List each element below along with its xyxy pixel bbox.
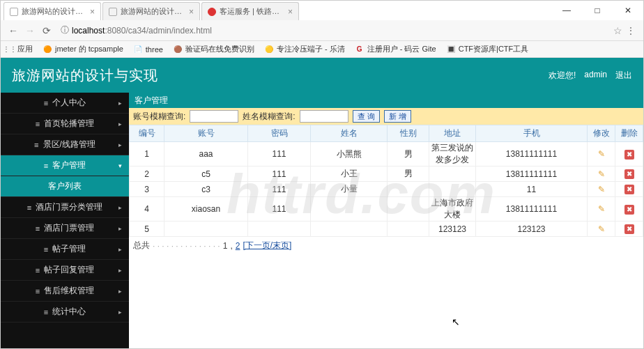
delete-icon[interactable]: ✖ bbox=[624, 185, 634, 194]
sidebar-item-aftersale[interactable]: ≡售后维权管理▸ bbox=[1, 281, 129, 302]
cell-name bbox=[311, 197, 388, 222]
cell-name: 小量 bbox=[311, 182, 388, 197]
site-icon: 🟡 bbox=[264, 45, 274, 54]
browser-tab-2[interactable]: 旅游网站的设计与实现 × bbox=[102, 2, 200, 20]
sidebar-item-posts[interactable]: ≡帖子管理▸ bbox=[1, 239, 129, 260]
page-icon bbox=[208, 8, 216, 16]
cell-name: 小王 bbox=[311, 166, 388, 182]
maximize-button[interactable]: □ bbox=[582, 1, 613, 20]
close-icon[interactable]: × bbox=[90, 7, 95, 17]
bookmark-ctf[interactable]: 🔳CTF资源库|CTF工具 bbox=[446, 44, 529, 54]
chevron-right-icon: ▸ bbox=[118, 141, 122, 148]
bookmark-terminal[interactable]: 🟡专注冷压端子 - 乐清 bbox=[264, 44, 345, 54]
sidebar-item-stats[interactable]: ≡统计中心▸ bbox=[1, 302, 129, 323]
gitee-icon: G bbox=[355, 45, 365, 54]
th-name: 姓名 bbox=[311, 125, 388, 142]
close-window-button[interactable]: ✕ bbox=[613, 1, 643, 20]
minimize-button[interactable]: — bbox=[551, 1, 582, 20]
add-button[interactable]: 新 增 bbox=[384, 110, 411, 123]
sidebar-item-carousel[interactable]: ≡首页轮播管理▸ bbox=[1, 114, 129, 134]
delete-icon[interactable]: ✖ bbox=[624, 224, 634, 234]
tab-title: 旅游网站的设计与实现 bbox=[22, 6, 86, 17]
sidebar-item-ticket-category[interactable]: ≡酒店门票分类管理▸ bbox=[1, 197, 129, 218]
cell-id: 2 bbox=[130, 166, 164, 182]
sidebar-item-replies[interactable]: ≡帖子回复管理▸ bbox=[1, 260, 129, 281]
chevron-right-icon: ▸ bbox=[118, 100, 122, 107]
info-icon: ⓘ bbox=[61, 24, 69, 36]
db-icon: ≡ bbox=[44, 308, 48, 316]
th-id: 编号 bbox=[130, 125, 164, 142]
pager-page-1[interactable]: 1 bbox=[223, 241, 228, 251]
browser-tab-3[interactable]: 客运服务 | 铁路客户服务 × bbox=[201, 2, 299, 20]
sidebar-label: 酒店门票管理 bbox=[44, 222, 94, 234]
browser-tab-1[interactable]: 旅游网站的设计与实现 × bbox=[3, 2, 101, 20]
close-icon[interactable]: × bbox=[189, 7, 194, 17]
cell-acc bbox=[164, 222, 248, 237]
browser-menu-button[interactable]: ⋮ bbox=[622, 26, 639, 36]
bookmark-label: 应用 bbox=[17, 44, 33, 54]
filter-name-input[interactable] bbox=[300, 110, 348, 123]
pager-page-2[interactable]: 2 bbox=[236, 241, 240, 251]
table-row: 5123123123123✎✖ bbox=[130, 222, 643, 237]
chevron-down-icon: ▾ bbox=[118, 162, 122, 169]
bookmark-label: jmeter 的 tcpsample bbox=[55, 44, 123, 54]
site-icon: 🔳 bbox=[446, 45, 456, 54]
current-user[interactable]: admin bbox=[584, 70, 607, 82]
cell-pwd: 111 bbox=[248, 197, 311, 222]
th-del: 删除 bbox=[615, 125, 643, 142]
url-path: /ca34/admin/index.html bbox=[125, 26, 211, 36]
forward-button[interactable]: → bbox=[22, 22, 38, 39]
delete-icon[interactable]: ✖ bbox=[624, 169, 634, 179]
sidebar-item-routes[interactable]: ≡景区/线路管理▸ bbox=[1, 134, 129, 155]
cell-phone: 123123 bbox=[476, 222, 588, 237]
bookmark-gitee[interactable]: G注册用户 - 码云 Gite bbox=[355, 44, 436, 54]
cell-name bbox=[311, 222, 388, 237]
th-pwd: 密码 bbox=[248, 125, 311, 142]
edit-icon[interactable]: ✎ bbox=[597, 224, 606, 234]
breadcrumb: 客户管理 bbox=[129, 93, 643, 108]
bookmark-star-icon[interactable]: ☆ bbox=[613, 25, 622, 36]
filter-account-input[interactable] bbox=[190, 110, 238, 123]
reload-button[interactable]: ⟳ bbox=[38, 22, 55, 39]
db-icon: ≡ bbox=[36, 266, 40, 274]
bookmark-label: three bbox=[146, 45, 163, 54]
cell-pwd: 111 bbox=[248, 142, 311, 166]
bookmark-three[interactable]: 📄three bbox=[133, 45, 163, 54]
delete-icon[interactable]: ✖ bbox=[624, 150, 634, 160]
logout-link[interactable]: 退出 bbox=[615, 70, 632, 82]
cell-id: 5 bbox=[130, 222, 164, 237]
sidebar-label: 售后维权管理 bbox=[44, 285, 94, 297]
sidebar-item-customer-list[interactable]: 客户列表 bbox=[1, 176, 129, 197]
db-icon: ≡ bbox=[44, 245, 48, 254]
cell-addr bbox=[429, 166, 476, 182]
chevron-right-icon: ▸ bbox=[118, 288, 122, 295]
back-button[interactable]: ← bbox=[5, 22, 22, 39]
cell-addr: 第三发说的发多少发 bbox=[429, 142, 476, 166]
edit-icon[interactable]: ✎ bbox=[597, 204, 606, 214]
pager-obscured: · · · · · · · · · · · · · · · bbox=[153, 241, 220, 251]
bookmark-jmeter[interactable]: 🟠jmeter 的 tcpsample bbox=[43, 44, 123, 54]
sidebar-label: 客户列表 bbox=[48, 180, 82, 192]
bookmark-label: 注册用户 - 码云 Gite bbox=[367, 44, 436, 54]
edit-icon[interactable]: ✎ bbox=[597, 185, 606, 194]
filter-name-label: 姓名模糊查询: bbox=[243, 111, 295, 123]
tab-title: 旅游网站的设计与实现 bbox=[121, 6, 185, 17]
bookmark-apps[interactable]: ⋮⋮应用 bbox=[5, 44, 33, 54]
sidebar-item-customers[interactable]: ≡客户管理▾ bbox=[1, 155, 129, 176]
sidebar-item-profile[interactable]: ≡个人中心▸ bbox=[1, 93, 129, 114]
cell-name: 小黑熊 bbox=[311, 142, 388, 166]
pager-next-last[interactable]: [下一页/末页] bbox=[243, 240, 291, 251]
bookmark-label: 专注冷压端子 - 乐清 bbox=[277, 44, 345, 54]
edit-icon[interactable]: ✎ bbox=[597, 149, 606, 159]
url-input[interactable]: ⓘ localhost:8080/ca34/admin/index.html bbox=[55, 23, 611, 38]
sidebar-item-tickets[interactable]: ≡酒店门票管理▸ bbox=[1, 218, 129, 239]
content-area: 客户管理 账号模糊查询: 姓名模糊查询: 查 询 新 增 编号 账号 密码 bbox=[129, 93, 643, 348]
delete-icon[interactable]: ✖ bbox=[624, 205, 634, 215]
close-icon[interactable]: × bbox=[288, 7, 293, 17]
bookmark-captcha[interactable]: 🟤验证码在线免费识别 bbox=[173, 44, 254, 54]
sidebar-label: 景区/线路管理 bbox=[43, 139, 95, 150]
search-button[interactable]: 查 询 bbox=[353, 110, 380, 123]
edit-icon[interactable]: ✎ bbox=[597, 169, 606, 179]
cell-id: 1 bbox=[130, 142, 164, 166]
sidebar-label: 客户管理 bbox=[52, 160, 86, 171]
